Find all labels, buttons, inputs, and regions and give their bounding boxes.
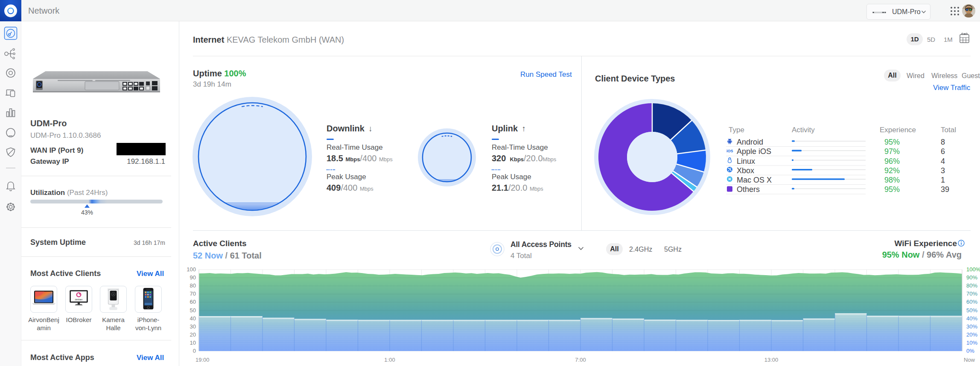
svg-text:90%: 90% <box>966 274 977 281</box>
svg-text:80%: 80% <box>966 282 977 289</box>
svg-text:30: 30 <box>190 323 196 330</box>
svg-text:10: 10 <box>190 340 196 346</box>
svg-text:60%: 60% <box>966 299 977 305</box>
svg-text:40: 40 <box>190 315 196 322</box>
svg-text:debian: debian <box>75 298 83 301</box>
svg-text:7:00: 7:00 <box>575 357 586 363</box>
svg-text:20: 20 <box>190 331 196 338</box>
svg-text:1:00: 1:00 <box>384 357 395 363</box>
svg-text:100: 100 <box>187 266 196 273</box>
svg-text:60: 60 <box>190 299 196 305</box>
svg-text:50: 50 <box>190 307 196 314</box>
svg-text:Now: Now <box>964 357 975 363</box>
svg-text:50%: 50% <box>966 307 977 314</box>
svg-text:70: 70 <box>190 290 196 297</box>
svg-text:40%: 40% <box>966 315 977 322</box>
svg-text:10%: 10% <box>966 340 977 346</box>
svg-text:70%: 70% <box>966 290 977 297</box>
svg-text:90: 90 <box>190 274 196 281</box>
svg-text:30%: 30% <box>966 323 977 330</box>
svg-text:20%: 20% <box>966 331 977 338</box>
svg-text:19:00: 19:00 <box>195 357 210 363</box>
svg-text:80: 80 <box>190 282 196 289</box>
svg-text:100%: 100% <box>966 266 980 273</box>
svg-text:0: 0 <box>193 348 196 354</box>
svg-text:0%: 0% <box>966 348 974 354</box>
svg-text:13:00: 13:00 <box>764 357 779 363</box>
